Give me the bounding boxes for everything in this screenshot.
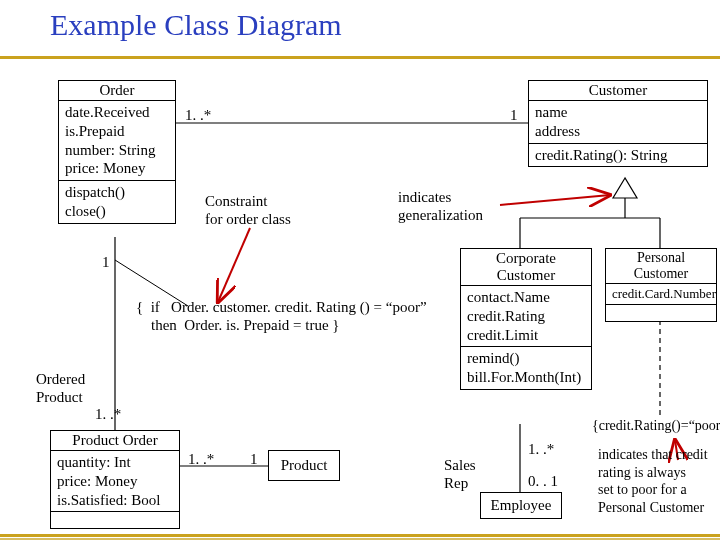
op: remind() — [467, 349, 585, 368]
class-order-name: Order — [59, 81, 175, 101]
class-corporate-name: Corporate Customer — [461, 249, 591, 286]
class-product-order-name: Product Order — [51, 431, 179, 451]
svg-line-8 — [218, 228, 250, 302]
txt: indicates that credit — [598, 447, 708, 462]
class-product-order-ops — [51, 512, 179, 528]
mult-prodorder-product-right: 1 — [250, 450, 258, 468]
constraint-credit-rating-poor: {credit.Rating()=“poor”} — [592, 418, 720, 435]
op: dispatch() — [65, 183, 169, 202]
class-customer-ops: credit.Rating(): String — [529, 144, 707, 167]
txt: indicates — [398, 189, 451, 205]
class-product-name: Product — [269, 451, 339, 480]
attr: quantity: Int — [57, 453, 173, 472]
divider-bottom — [0, 534, 720, 537]
class-personal-attrs: credit.Card.Number — [606, 284, 716, 305]
svg-line-9 — [500, 195, 610, 205]
attr: address — [535, 122, 701, 141]
mult-order-prodorder-top: 1 — [102, 253, 110, 271]
txt: Ordered — [36, 371, 85, 387]
page-title: Example Class Diagram — [50, 8, 342, 42]
class-product: Product — [268, 450, 340, 481]
label-constraint: Constraint for order class — [205, 192, 291, 228]
divider-top — [0, 56, 720, 59]
class-customer: Customer name address credit.Rating(): S… — [528, 80, 708, 167]
attr: credit.Rating — [467, 307, 585, 326]
txt: Customer — [634, 266, 688, 281]
txt: Constraint — [205, 193, 268, 209]
txt: set to poor for a — [598, 482, 687, 497]
mult-corp-emp-top: 1. .* — [528, 440, 554, 458]
class-product-order-attrs: quantity: Int price: Money is.Satisfied:… — [51, 451, 179, 512]
constraint-order-prepaid: { if Order. customer. credit. Rating () … — [136, 298, 427, 334]
class-product-order: Product Order quantity: Int price: Money… — [50, 430, 180, 529]
class-order-attrs: date.Received is.Prepaid number: String … — [59, 101, 175, 181]
attr: contact.Name — [467, 288, 585, 307]
txt: for order class — [205, 211, 291, 227]
class-corporate-attrs: contact.Name credit.Rating credit.Limit — [461, 286, 591, 347]
attr: is.Satisfied: Bool — [57, 491, 173, 510]
class-corporate-customer: Corporate Customer contact.Name credit.R… — [460, 248, 592, 390]
attr: number: String — [65, 141, 169, 160]
txt: generalization — [398, 207, 483, 223]
role-ordered-product: Ordered Product — [36, 370, 85, 406]
class-order: Order date.Received is.Prepaid number: S… — [58, 80, 176, 224]
txt: Personal Customer — [598, 500, 704, 515]
attr: credit.Limit — [467, 326, 585, 345]
class-personal-customer: Personal Customer credit.Card.Number — [605, 248, 717, 322]
class-customer-name: Customer — [529, 81, 707, 101]
class-employee-name: Employee — [481, 493, 561, 518]
class-employee: Employee — [480, 492, 562, 519]
txt: Customer — [497, 267, 555, 283]
attr: price: Money — [57, 472, 173, 491]
txt: Product — [36, 389, 83, 405]
op: credit.Rating(): String — [535, 146, 701, 165]
class-personal-ops — [606, 305, 716, 321]
op: close() — [65, 202, 169, 221]
class-personal-name: Personal Customer — [606, 249, 716, 284]
label-indicates-generalization: indicates generalization — [398, 188, 483, 224]
txt: Corporate — [496, 250, 556, 266]
mult-prodorder-product-left: 1. .* — [188, 450, 214, 468]
svg-marker-1 — [613, 178, 637, 198]
attr: credit.Card.Number — [612, 286, 710, 302]
txt: Personal — [637, 250, 685, 265]
attr: name — [535, 103, 701, 122]
mult-corp-emp-bot: 0. . 1 — [528, 472, 558, 490]
mult-order-customer-left: 1. .* — [185, 106, 211, 124]
txt: Sales — [444, 457, 476, 473]
role-sales-rep: Sales Rep — [444, 456, 476, 492]
op: bill.For.Month(Int) — [467, 368, 585, 387]
mult-order-prodorder-bot: 1. .* — [95, 405, 121, 423]
class-corporate-ops: remind() bill.For.Month(Int) — [461, 347, 591, 389]
txt: rating is always — [598, 465, 686, 480]
attr: is.Prepaid — [65, 122, 169, 141]
mult-order-customer-right: 1 — [510, 106, 518, 124]
attr: price: Money — [65, 159, 169, 178]
txt: Rep — [444, 475, 468, 491]
attr: date.Received — [65, 103, 169, 122]
note-credit-rating-poor: indicates that credit rating is always s… — [598, 446, 708, 516]
class-customer-attrs: name address — [529, 101, 707, 144]
class-order-ops: dispatch() close() — [59, 181, 175, 223]
